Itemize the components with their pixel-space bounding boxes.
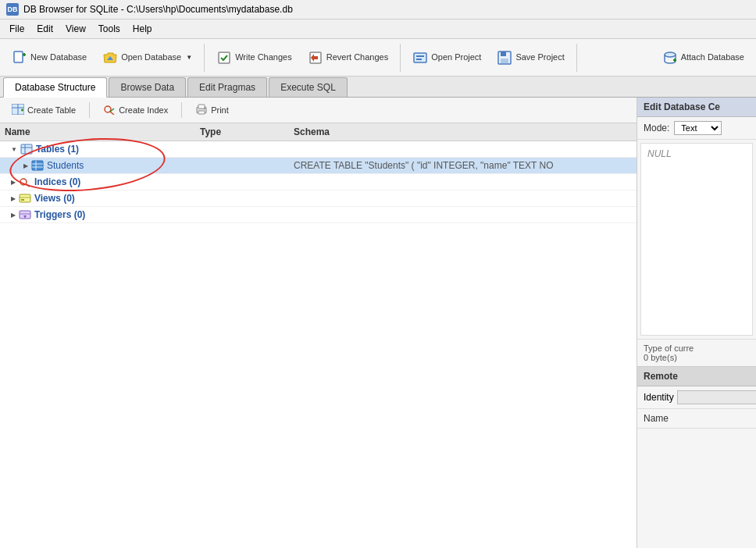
triggers-expand-chevron[interactable]: ▶ bbox=[11, 212, 16, 219]
toolbar-sep-2 bbox=[400, 44, 401, 72]
menu-help[interactable]: Help bbox=[127, 21, 159, 37]
revert-changes-icon bbox=[308, 50, 323, 66]
mode-label: Mode: bbox=[644, 123, 669, 133]
write-changes-icon bbox=[216, 50, 232, 66]
menu-edit[interactable]: Edit bbox=[30, 21, 59, 37]
type-info: Type of curre 0 byte(s) bbox=[637, 339, 756, 366]
svg-rect-25 bbox=[198, 111, 205, 114]
mode-select[interactable]: Text Hex Image bbox=[674, 121, 722, 135]
students-label: Students bbox=[47, 160, 84, 171]
students-expand-chevron[interactable]: ▶ bbox=[23, 162, 28, 169]
tab-execute-sql[interactable]: Execute SQL bbox=[269, 77, 348, 97]
indices-expand-chevron[interactable]: ▶ bbox=[11, 179, 16, 186]
identity-label: Identity bbox=[644, 392, 674, 403]
attach-database-label: Attach Database bbox=[681, 52, 744, 62]
indices-group-label: Indices (0) bbox=[34, 176, 80, 187]
new-database-button[interactable]: New Database bbox=[5, 43, 94, 73]
col-schema: Schema bbox=[294, 126, 632, 137]
menu-tools[interactable]: Tools bbox=[92, 21, 127, 37]
action-sep-1 bbox=[89, 102, 90, 118]
attach-db-icon bbox=[662, 50, 678, 66]
views-group-row[interactable]: ▶ Views (0) bbox=[0, 190, 637, 207]
col-type: Type bbox=[200, 126, 294, 137]
views-expand-chevron[interactable]: ▶ bbox=[11, 195, 16, 202]
tables-group-row[interactable]: ▼ Tables (1) bbox=[0, 141, 637, 158]
toolbar-sep-3 bbox=[576, 44, 577, 72]
remote-section: Identity Name bbox=[637, 386, 756, 549]
remote-section-header: Remote bbox=[637, 366, 756, 386]
views-group-label: Views (0) bbox=[34, 193, 75, 204]
menu-file[interactable]: File bbox=[3, 21, 30, 37]
students-schema-cell: CREATE TABLE "Students" ( "id" INTEGER, … bbox=[294, 160, 632, 171]
triggers-group-row[interactable]: ▶ Triggers (0) bbox=[0, 207, 637, 223]
svg-point-34 bbox=[20, 179, 27, 185]
tab-database-structure[interactable]: Database Structure bbox=[3, 77, 107, 98]
svg-line-21 bbox=[110, 112, 114, 115]
svg-rect-30 bbox=[32, 161, 43, 170]
save-project-button[interactable]: Save Project bbox=[490, 43, 571, 73]
triggers-group-label: Triggers (0) bbox=[34, 209, 85, 220]
col-name: Name bbox=[5, 126, 200, 137]
svg-rect-10 bbox=[501, 52, 506, 56]
menu-view[interactable]: View bbox=[59, 21, 92, 37]
open-db-icon bbox=[102, 50, 118, 66]
tables-expand-chevron[interactable]: ▼ bbox=[11, 146, 17, 153]
create-index-icon bbox=[103, 104, 116, 116]
write-changes-button[interactable]: Write Changes bbox=[209, 43, 299, 73]
svg-rect-4 bbox=[219, 52, 230, 63]
revert-changes-label: Revert Changes bbox=[326, 52, 389, 62]
type-info-label: Type of curre bbox=[644, 343, 750, 353]
toolbar-sep-1 bbox=[204, 44, 205, 72]
svg-rect-11 bbox=[501, 59, 508, 63]
identity-input[interactable] bbox=[677, 390, 756, 404]
students-table-icon bbox=[31, 160, 44, 171]
svg-rect-27 bbox=[21, 144, 32, 154]
triggers-group-icon bbox=[19, 209, 31, 220]
edit-db-header: Edit Database Ce bbox=[637, 98, 756, 117]
open-database-label: Open Database bbox=[121, 52, 181, 62]
svg-point-26 bbox=[204, 108, 205, 109]
create-index-label: Create Index bbox=[119, 105, 168, 115]
svg-rect-8 bbox=[416, 59, 422, 60]
create-index-button[interactable]: Create Index bbox=[96, 101, 175, 119]
print-button[interactable]: Print bbox=[188, 101, 236, 119]
create-table-icon bbox=[12, 104, 24, 116]
app-icon: DB bbox=[6, 3, 19, 16]
write-changes-label: Write Changes bbox=[235, 52, 292, 62]
identity-row: Identity bbox=[637, 386, 756, 409]
create-table-button[interactable]: Create Table bbox=[5, 101, 83, 119]
revert-changes-button[interactable]: Revert Changes bbox=[301, 43, 396, 73]
svg-point-20 bbox=[105, 106, 111, 112]
svg-line-35 bbox=[26, 184, 30, 187]
bytes-label: 0 byte(s) bbox=[644, 353, 750, 362]
svg-rect-7 bbox=[416, 55, 424, 57]
tree-header: Name Type Schema bbox=[0, 123, 637, 141]
open-project-icon bbox=[412, 50, 428, 66]
svg-rect-38 bbox=[21, 199, 24, 201]
tab-browse-data[interactable]: Browse Data bbox=[109, 77, 186, 97]
save-project-label: Save Project bbox=[515, 52, 564, 62]
tables-group-icon bbox=[20, 144, 33, 155]
remote-name-header: Name bbox=[637, 409, 756, 429]
svg-rect-6 bbox=[414, 53, 426, 62]
print-icon bbox=[195, 104, 208, 116]
open-db-dropdown-arrow: ▼ bbox=[186, 54, 192, 61]
attach-database-button[interactable]: Attach Database bbox=[655, 43, 751, 73]
students-table-row[interactable]: ▶ Students CREATE TABLE "Students" ( "id… bbox=[0, 158, 637, 174]
svg-point-12 bbox=[665, 52, 676, 57]
mode-row: Mode: Text Hex Image bbox=[637, 117, 756, 140]
print-label: Print bbox=[211, 105, 229, 115]
new-database-label: New Database bbox=[30, 52, 87, 62]
window-title: DB Browser for SQLite - C:\Users\hp\Docu… bbox=[23, 4, 293, 15]
create-table-label: Create Table bbox=[27, 105, 76, 115]
indices-group-row[interactable]: ▶ Indices (0) bbox=[0, 174, 637, 190]
tables-group-label: Tables (1) bbox=[36, 144, 79, 155]
new-db-icon bbox=[12, 50, 27, 66]
save-project-icon bbox=[497, 50, 512, 66]
open-database-button[interactable]: Open Database ▼ bbox=[95, 43, 199, 73]
svg-rect-24 bbox=[198, 105, 205, 109]
views-group-icon bbox=[19, 193, 31, 204]
open-project-button[interactable]: Open Project bbox=[405, 43, 488, 73]
tab-edit-pragmas[interactable]: Edit Pragmas bbox=[187, 77, 267, 97]
indices-group-icon bbox=[19, 176, 31, 187]
